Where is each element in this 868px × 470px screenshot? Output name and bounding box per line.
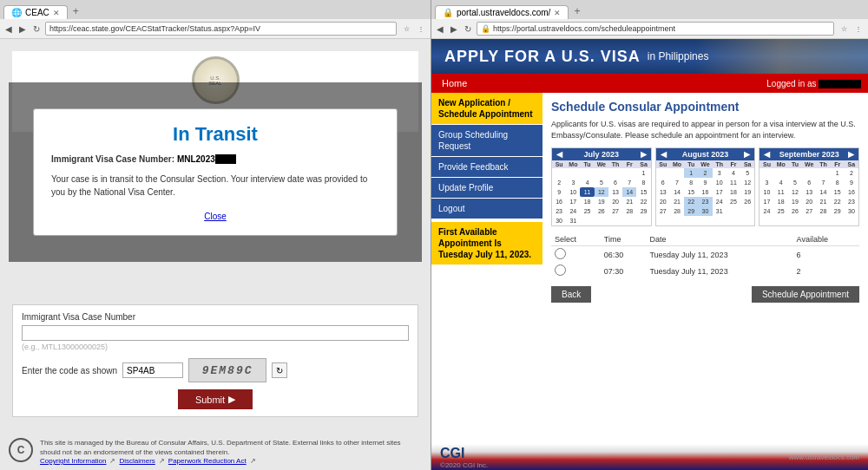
cal-cell-26[interactable]: 26 bbox=[595, 206, 608, 216]
active-tab-left[interactable]: 🌐 CEAC ✕ bbox=[3, 5, 68, 19]
case-number-input[interactable] bbox=[22, 325, 409, 341]
sep-14[interactable]: 14 bbox=[816, 187, 830, 197]
cal-cell-9[interactable]: 9 bbox=[552, 187, 566, 197]
reload-button-right[interactable]: ↻ bbox=[463, 24, 473, 34]
cal-cell-4[interactable]: 4 bbox=[580, 178, 594, 187]
sidebar-item-new-application[interactable]: New Application / Schedule Appointment bbox=[431, 93, 542, 124]
aug-10[interactable]: 10 bbox=[713, 178, 727, 187]
aug-27[interactable]: 27 bbox=[656, 206, 670, 216]
cal-cell-2[interactable]: 2 bbox=[552, 178, 566, 187]
aug-7[interactable]: 7 bbox=[670, 178, 684, 187]
sep-2[interactable]: 2 bbox=[845, 168, 858, 178]
back-button-right[interactable]: ◀ bbox=[435, 24, 445, 34]
menu-btn-left[interactable]: ⋮ bbox=[415, 23, 427, 35]
schedule-appointment-button[interactable]: Schedule Appointment bbox=[752, 286, 859, 303]
cal-cell-14-available[interactable]: 14 bbox=[622, 187, 636, 197]
cal-cell-10[interactable]: 10 bbox=[566, 187, 580, 197]
aug-6[interactable]: 6 bbox=[656, 178, 670, 187]
sep-18[interactable]: 18 bbox=[774, 197, 788, 206]
sep-4[interactable]: 4 bbox=[774, 178, 788, 187]
cal-cell-16[interactable]: 16 bbox=[552, 197, 566, 206]
sep-6[interactable]: 6 bbox=[802, 178, 816, 187]
sep-20[interactable]: 20 bbox=[802, 197, 816, 206]
cal-next-july[interactable]: ▶ bbox=[638, 150, 649, 159]
aug-11[interactable]: 11 bbox=[727, 178, 740, 187]
disclaimers-link[interactable]: Disclaimers bbox=[119, 457, 155, 465]
sep-11[interactable]: 11 bbox=[774, 187, 788, 197]
aug-13[interactable]: 13 bbox=[656, 187, 670, 197]
sidebar-item-update-profile[interactable]: Update Profile bbox=[431, 178, 542, 198]
sep-8[interactable]: 8 bbox=[831, 178, 845, 187]
sep-5[interactable]: 5 bbox=[788, 178, 802, 187]
paperwork-link[interactable]: Paperwork Reduction Act bbox=[168, 457, 247, 465]
sidebar-item-feedback[interactable]: Provide Feedback bbox=[431, 157, 542, 177]
sep-13[interactable]: 13 bbox=[802, 187, 816, 197]
sep-29[interactable]: 29 bbox=[831, 206, 845, 216]
aug-16[interactable]: 16 bbox=[698, 187, 712, 197]
extensions-btn-left[interactable]: ☆ bbox=[400, 23, 412, 35]
aug-8[interactable]: 8 bbox=[684, 178, 698, 187]
cal-prev-july[interactable]: ◀ bbox=[554, 150, 565, 159]
aug-19[interactable]: 19 bbox=[740, 187, 754, 197]
sep-17[interactable]: 17 bbox=[760, 197, 773, 206]
cal-cell-3[interactable]: 3 bbox=[566, 178, 580, 187]
sep-25[interactable]: 25 bbox=[774, 206, 788, 216]
aug-21[interactable]: 21 bbox=[670, 197, 684, 206]
cal-cell-27[interactable]: 27 bbox=[608, 206, 622, 216]
sep-16[interactable]: 16 bbox=[845, 187, 858, 197]
aug-28[interactable]: 28 bbox=[670, 206, 684, 216]
sep-21[interactable]: 21 bbox=[816, 197, 830, 206]
cal-cell-5[interactable]: 5 bbox=[595, 178, 608, 187]
sep-10[interactable]: 10 bbox=[760, 187, 773, 197]
sep-19[interactable]: 19 bbox=[788, 197, 802, 206]
cal-cell-12-available[interactable]: 12 bbox=[595, 187, 608, 197]
copyright-link[interactable]: Copyright Information bbox=[40, 457, 106, 465]
tab-close-left[interactable]: ✕ bbox=[53, 9, 60, 17]
aug-22[interactable]: 22 bbox=[684, 197, 698, 206]
captcha-input[interactable] bbox=[122, 362, 183, 378]
forward-button-right[interactable]: ▶ bbox=[449, 24, 459, 34]
cal-cell-8[interactable]: 8 bbox=[636, 178, 650, 187]
cal-cell-19[interactable]: 19 bbox=[595, 197, 608, 206]
sep-24[interactable]: 24 bbox=[760, 206, 773, 216]
cal-cell-21[interactable]: 21 bbox=[622, 197, 636, 206]
sep-7[interactable]: 7 bbox=[816, 178, 830, 187]
captcha-refresh-btn[interactable]: ↻ bbox=[272, 362, 287, 378]
back-button-left[interactable]: ◀ bbox=[3, 24, 14, 34]
aug-4[interactable]: 4 bbox=[727, 168, 740, 178]
cal-cell-28[interactable]: 28 bbox=[622, 206, 636, 216]
sep-26[interactable]: 26 bbox=[788, 206, 802, 216]
aug-23[interactable]: 23 bbox=[698, 197, 712, 206]
cal-cell-1[interactable]: 1 bbox=[636, 168, 650, 178]
cal-cell-24[interactable]: 24 bbox=[566, 206, 580, 216]
forward-button-left[interactable]: ▶ bbox=[17, 24, 28, 34]
cal-cell-22[interactable]: 22 bbox=[636, 197, 650, 206]
aug-30[interactable]: 30 bbox=[698, 206, 712, 216]
sep-3[interactable]: 3 bbox=[760, 178, 773, 187]
cal-cell-18[interactable]: 18 bbox=[580, 197, 594, 206]
aug-14[interactable]: 14 bbox=[670, 187, 684, 197]
cal-cell-23[interactable]: 23 bbox=[552, 206, 566, 216]
aug-20[interactable]: 20 bbox=[656, 197, 670, 206]
sidebar-item-logout[interactable]: Logout bbox=[431, 199, 542, 219]
sep-1[interactable]: 1 bbox=[831, 168, 845, 178]
aug-12[interactable]: 12 bbox=[740, 178, 754, 187]
sep-15[interactable]: 15 bbox=[831, 187, 845, 197]
aug-18[interactable]: 18 bbox=[727, 187, 740, 197]
aug-15[interactable]: 15 bbox=[684, 187, 698, 197]
slot-radio-2[interactable] bbox=[555, 264, 566, 276]
cal-cell-20[interactable]: 20 bbox=[608, 197, 622, 206]
cal-cell-11-selected[interactable]: 11 bbox=[580, 187, 594, 197]
aug-5[interactable]: 5 bbox=[740, 168, 754, 178]
aug-2[interactable]: 2 bbox=[698, 168, 712, 178]
sep-12[interactable]: 12 bbox=[788, 187, 802, 197]
home-nav-item[interactable]: Home bbox=[431, 74, 477, 93]
active-tab-right[interactable]: 🔒 portal.ustraveldocs.com/ ✕ bbox=[435, 5, 569, 19]
aug-17[interactable]: 17 bbox=[713, 187, 727, 197]
aug-31[interactable]: 31 bbox=[713, 206, 727, 216]
aug-3[interactable]: 3 bbox=[713, 168, 727, 178]
cal-cell-31[interactable]: 31 bbox=[566, 216, 580, 225]
sep-22[interactable]: 22 bbox=[831, 197, 845, 206]
slot-radio-1[interactable] bbox=[555, 248, 566, 259]
aug-1[interactable]: 1 bbox=[684, 168, 698, 178]
